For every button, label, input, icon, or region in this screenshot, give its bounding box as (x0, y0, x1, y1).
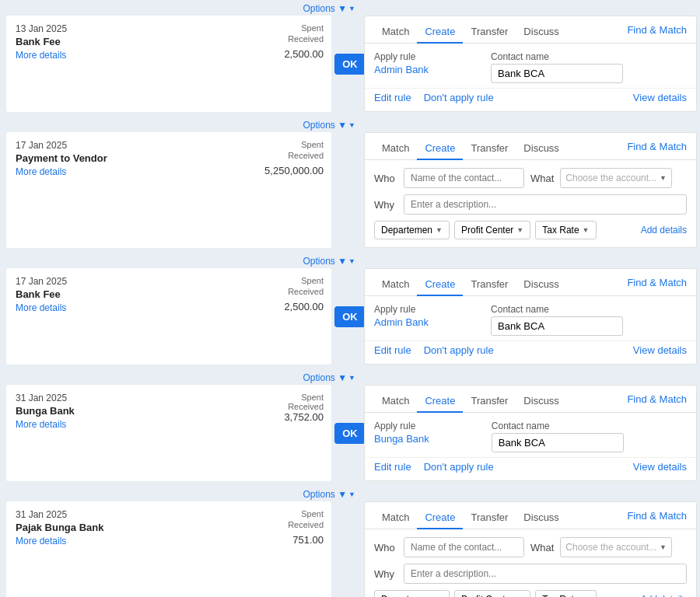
options-button-tx3[interactable]: Options ▼ (303, 256, 356, 267)
add-details-link-tx5[interactable]: Add details (641, 594, 687, 597)
spent-label-tx5: Spent (288, 509, 324, 518)
profit-center-select-tx2[interactable]: Profit Center▼ (454, 221, 530, 239)
tab-bar-tx1: MatchCreateTransferDiscussFind & Match (365, 16, 696, 44)
contact-name-input-tx3[interactable] (491, 316, 623, 336)
tx-name-tx3: Bank Fee (16, 288, 322, 300)
tab-create-tx2[interactable]: Create (417, 138, 463, 160)
who-input-tx5[interactable] (404, 537, 524, 557)
tab-create-tx3[interactable]: Create (417, 274, 463, 296)
add-details-link-tx2[interactable]: Add details (641, 225, 687, 236)
dont-apply-link-tx3[interactable]: Don't apply rule (424, 344, 494, 356)
tx-date-tx2: 17 Jan 2025 (16, 140, 322, 151)
tab-discuss-tx2[interactable]: Discuss (516, 138, 567, 160)
ok-button-tx3[interactable]: OK (334, 306, 366, 327)
profit-center-select-tx5[interactable]: Profit Center▼ (454, 590, 530, 597)
tab-match-tx5[interactable]: Match (374, 507, 417, 529)
contact-name-label-tx4: Contact name (492, 421, 624, 431)
contact-name-label-tx3: Contact name (491, 304, 623, 315)
spent-label-tx3: Spent (288, 276, 324, 285)
who-input-tx2[interactable] (404, 168, 524, 188)
apply-rule-link-tx4[interactable]: Bunga Bank (374, 433, 429, 445)
why-label-tx2: Why (374, 199, 397, 211)
contact-name-input-tx1[interactable] (491, 64, 623, 83)
dont-apply-link-tx1[interactable]: Don't apply rule (424, 92, 494, 103)
match-section-tx1: MatchCreateTransferDiscussFind & Match A… (364, 16, 697, 112)
apply-rule-link-tx3[interactable]: Admin Bank (374, 316, 429, 328)
dept-select-tx2[interactable]: Departemen▼ (374, 221, 450, 239)
apply-rule-link-tx1[interactable]: Admin Bank (374, 64, 429, 75)
edit-rule-link-tx3[interactable]: Edit rule (374, 344, 411, 356)
apply-rule-label-tx4: Apply rule (374, 421, 429, 431)
tab-transfer-tx3[interactable]: Transfer (463, 274, 516, 296)
tab-match-tx2[interactable]: Match (374, 138, 417, 160)
tab-match-tx3[interactable]: Match (374, 274, 417, 296)
ok-button-tx4[interactable]: OK (334, 423, 366, 444)
view-details-link-tx1[interactable]: View details (633, 92, 687, 103)
tab-transfer-tx1[interactable]: Transfer (463, 21, 516, 44)
what-dropdown-tx2[interactable]: Choose the account... ▼ (560, 168, 672, 188)
tab-discuss-tx4[interactable]: Discuss (516, 390, 567, 413)
tx-more-link-tx2[interactable]: More details (16, 166, 66, 177)
dont-apply-link-tx4[interactable]: Don't apply rule (424, 461, 494, 473)
contact-name-label-tx1: Contact name (491, 51, 623, 62)
tx-more-link-tx4[interactable]: More details (16, 419, 66, 430)
tx-more-link-tx5[interactable]: More details (16, 536, 66, 546)
tx-date-tx3: 17 Jan 2025 (16, 276, 322, 287)
spent-label-tx2: Spent (288, 140, 324, 149)
match-section-tx2: MatchCreateTransferDiscussFind & Match W… (364, 132, 697, 248)
tax-rate-select-tx5[interactable]: Tax Rate▼ (535, 590, 596, 597)
what-arrow-tx5: ▼ (660, 543, 667, 551)
options-button-tx1[interactable]: Options ▼ (303, 3, 356, 14)
options-button-tx2[interactable]: Options ▼ (303, 120, 356, 131)
spent-amount-tx1: 2,500.00 (284, 48, 324, 60)
options-button-tx4[interactable]: Options ▼ (303, 372, 356, 383)
spent-label-tx1: Spent (288, 23, 324, 33)
spent-label-tx4: Spent (284, 393, 324, 402)
tab-transfer-tx2[interactable]: Transfer (463, 138, 516, 160)
tab-create-tx1[interactable]: Create (417, 21, 463, 44)
spent-amount-tx5: 751.00 (292, 534, 324, 546)
why-input-tx5[interactable] (404, 564, 687, 584)
tx-more-link-tx3[interactable]: More details (16, 302, 66, 313)
view-details-link-tx3[interactable]: View details (633, 344, 687, 356)
spent-amount-tx3: 2,500.00 (284, 301, 324, 312)
tab-create-tx5[interactable]: Create (417, 507, 463, 529)
row-tx4: 31 Jan 2025 Bunga Bank More details Spen… (0, 385, 700, 481)
match-section-tx5: MatchCreateTransferDiscussFind & Match W… (364, 501, 697, 597)
transaction-card-tx4: 31 Jan 2025 Bunga Bank More details Spen… (6, 385, 331, 481)
dept-select-tx5[interactable]: Departemen▼ (374, 590, 450, 597)
tab-bar-tx3: MatchCreateTransferDiscussFind & Match (365, 269, 696, 296)
edit-rule-link-tx4[interactable]: Edit rule (374, 461, 411, 473)
what-label-tx5: What (530, 542, 554, 553)
edit-rule-link-tx1[interactable]: Edit rule (374, 92, 411, 103)
tab-discuss-tx3[interactable]: Discuss (516, 274, 567, 296)
what-dropdown-tx5[interactable]: Choose the account... ▼ (560, 537, 672, 557)
find-match-link-tx5[interactable]: Find & Match (627, 510, 687, 526)
tab-discuss-tx5[interactable]: Discuss (516, 507, 567, 529)
match-section-tx4: MatchCreateTransferDiscussFind & Match A… (364, 385, 697, 481)
row-tx2: 17 Jan 2025 Payment to Vendor More detai… (0, 132, 700, 248)
tab-bar-tx5: MatchCreateTransferDiscussFind & Match (365, 502, 696, 529)
why-input-tx2[interactable] (404, 194, 687, 215)
tab-match-tx1[interactable]: Match (374, 21, 417, 44)
find-match-link-tx1[interactable]: Find & Match (627, 24, 687, 40)
row-tx3: 17 Jan 2025 Bank Fee More details Spent … (0, 268, 700, 365)
tab-match-tx4[interactable]: Match (374, 390, 417, 413)
row-tx1: 13 Jan 2025 Bank Fee More details Spent … (0, 16, 700, 112)
tab-discuss-tx1[interactable]: Discuss (516, 21, 567, 44)
tax-rate-select-tx2[interactable]: Tax Rate▼ (535, 221, 596, 239)
find-match-link-tx2[interactable]: Find & Match (627, 141, 687, 157)
tab-transfer-tx4[interactable]: Transfer (463, 390, 516, 413)
ok-button-tx1[interactable]: OK (334, 54, 366, 75)
who-label-tx2: Who (374, 173, 397, 184)
options-button-tx5[interactable]: Options ▼ (303, 489, 356, 500)
transaction-card-tx3: 17 Jan 2025 Bank Fee More details Spent … (6, 268, 331, 365)
tx-more-link-tx1[interactable]: More details (16, 50, 66, 61)
tab-transfer-tx5[interactable]: Transfer (463, 507, 516, 529)
contact-name-input-tx4[interactable] (492, 433, 624, 452)
find-match-link-tx4[interactable]: Find & Match (627, 393, 687, 410)
tab-create-tx4[interactable]: Create (417, 390, 463, 413)
find-match-link-tx3[interactable]: Find & Match (627, 277, 687, 293)
row-tx5: 31 Jan 2025 Pajak Bunga Bank More detail… (0, 501, 700, 597)
view-details-link-tx4[interactable]: View details (633, 461, 687, 473)
